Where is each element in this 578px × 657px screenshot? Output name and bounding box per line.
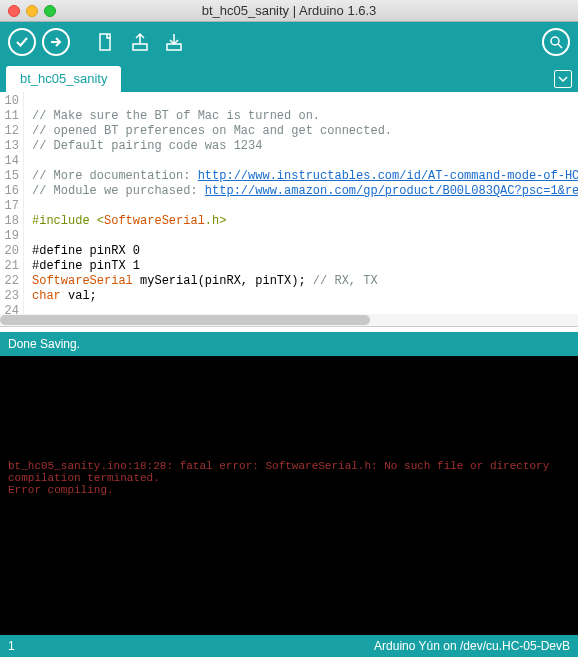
- save-button[interactable]: [160, 28, 188, 56]
- console-line: [8, 412, 570, 424]
- svg-rect-0: [100, 34, 110, 50]
- board-port: Arduino Yún on /dev/cu.HC-05-DevB: [374, 639, 570, 653]
- code-line[interactable]: #define pinTX 1: [32, 259, 578, 274]
- line-number: 12: [0, 124, 19, 139]
- arrow-up-icon: [130, 32, 150, 52]
- code-line[interactable]: // More documentation: http://www.instru…: [32, 169, 578, 184]
- code-line[interactable]: [32, 229, 578, 244]
- upload-button[interactable]: [42, 28, 70, 56]
- toolbar: [0, 22, 578, 62]
- verify-button[interactable]: [8, 28, 36, 56]
- status-bar: Done Saving.: [0, 332, 578, 356]
- console-line: [8, 448, 570, 460]
- line-number: 17: [0, 199, 19, 214]
- serial-monitor-button[interactable]: [542, 28, 570, 56]
- maximize-icon[interactable]: [44, 5, 56, 17]
- code-line[interactable]: SoftwareSerial mySerial(pinRX, pinTX); /…: [32, 274, 578, 289]
- console-line: [8, 436, 570, 448]
- code-line[interactable]: [32, 154, 578, 169]
- code-line[interactable]: // Default pairing code was 1234: [32, 139, 578, 154]
- code-line[interactable]: [32, 94, 578, 109]
- line-gutter: 1011121314151617181920212223242526: [0, 92, 24, 326]
- console-line: [8, 388, 570, 400]
- open-button[interactable]: [126, 28, 154, 56]
- traffic-lights: [8, 5, 56, 17]
- line-number: 14: [0, 154, 19, 169]
- console-line: [8, 400, 570, 412]
- code-line[interactable]: #include <SoftwareSerial.h>: [32, 214, 578, 229]
- arrow-down-icon: [164, 32, 184, 52]
- line-number: 19: [0, 229, 19, 244]
- code-area[interactable]: // Make sure the BT of Mac is turned on.…: [24, 92, 578, 326]
- tab-menu-button[interactable]: [554, 70, 572, 88]
- line-number: 18: [0, 214, 19, 229]
- code-line[interactable]: // Make sure the BT of Mac is turned on.: [32, 109, 578, 124]
- tab-bar: bt_hc05_sanity: [0, 62, 578, 92]
- line-number: 10: [0, 94, 19, 109]
- magnifier-icon: [549, 35, 563, 49]
- check-icon: [15, 35, 29, 49]
- code-line[interactable]: [32, 199, 578, 214]
- line-number: 23: [0, 289, 19, 304]
- arrow-right-icon: [49, 35, 63, 49]
- svg-rect-1: [133, 44, 147, 50]
- console-line: bt_hc05_sanity.ino:18:28: fatal error: S…: [8, 460, 570, 472]
- console-line: Error compiling.: [8, 484, 570, 496]
- footer-bar: 1 Arduino Yún on /dev/cu.HC-05-DevB: [0, 635, 578, 657]
- line-number: 22: [0, 274, 19, 289]
- horizontal-scrollbar[interactable]: [0, 314, 578, 326]
- file-icon: [96, 32, 116, 52]
- console-output[interactable]: bt_hc05_sanity.ino:18:28: fatal error: S…: [0, 356, 578, 635]
- console-line: compilation terminated.: [8, 472, 570, 484]
- console-line: [8, 364, 570, 376]
- line-number: 1: [8, 639, 15, 653]
- line-number: 11: [0, 109, 19, 124]
- sketch-tab[interactable]: bt_hc05_sanity: [6, 66, 121, 92]
- svg-point-3: [551, 37, 559, 45]
- scrollbar-thumb[interactable]: [0, 315, 370, 325]
- chevron-down-icon: [558, 74, 568, 84]
- line-number: 20: [0, 244, 19, 259]
- line-number: 13: [0, 139, 19, 154]
- code-line[interactable]: // opened BT preferences on Mac and get …: [32, 124, 578, 139]
- line-number: 16: [0, 184, 19, 199]
- code-line[interactable]: // Module we purchased: http://www.amazo…: [32, 184, 578, 199]
- code-line[interactable]: char val;: [32, 289, 578, 304]
- minimize-icon[interactable]: [26, 5, 38, 17]
- console-line: [8, 376, 570, 388]
- close-icon[interactable]: [8, 5, 20, 17]
- window-titlebar: bt_hc05_sanity | Arduino 1.6.3: [0, 0, 578, 22]
- status-message: Done Saving.: [8, 337, 80, 351]
- new-button[interactable]: [92, 28, 120, 56]
- line-number: 21: [0, 259, 19, 274]
- console-line: [8, 424, 570, 436]
- line-number: 15: [0, 169, 19, 184]
- window-title: bt_hc05_sanity | Arduino 1.6.3: [0, 3, 578, 18]
- code-editor[interactable]: 1011121314151617181920212223242526 // Ma…: [0, 92, 578, 326]
- code-line[interactable]: #define pinRX 0: [32, 244, 578, 259]
